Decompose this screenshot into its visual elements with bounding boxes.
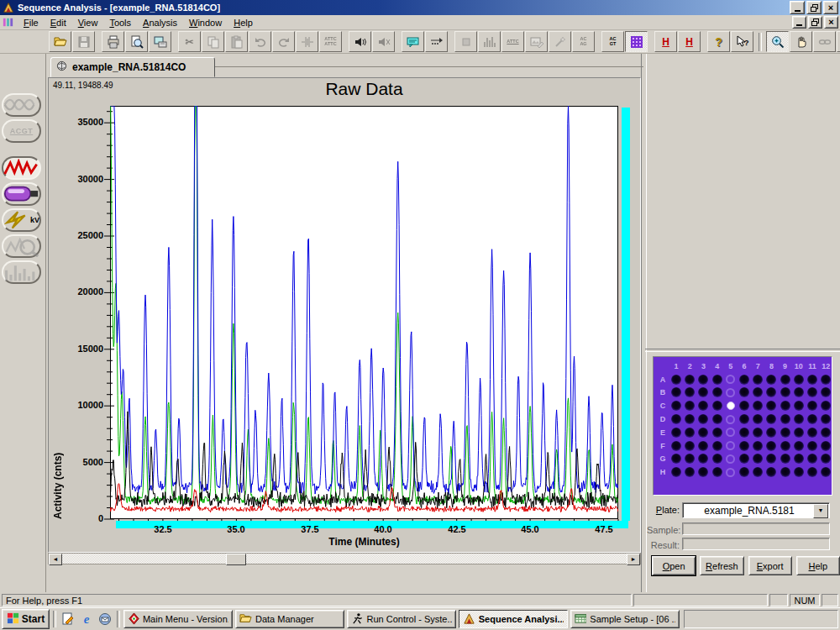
histogram-h2-button[interactable]: H xyxy=(678,31,701,52)
time-scrollbar[interactable]: ◄ ► xyxy=(48,553,641,564)
chevron-down-icon[interactable]: ▼ xyxy=(813,504,828,518)
well-C5[interactable] xyxy=(727,402,735,410)
well-A8[interactable] xyxy=(766,375,776,385)
well-G10[interactable] xyxy=(794,454,804,464)
well-F7[interactable] xyxy=(753,441,763,451)
well-F8[interactable] xyxy=(766,441,776,451)
well-E3[interactable] xyxy=(698,428,708,438)
well-H4[interactable] xyxy=(712,467,722,477)
minimize-button[interactable] xyxy=(790,1,805,14)
child-close-button[interactable]: × xyxy=(824,16,838,29)
well-E1[interactable] xyxy=(671,428,681,438)
scroll-right-arrow[interactable]: ► xyxy=(627,554,640,565)
document-tab[interactable]: example_RNA.51814CO xyxy=(50,57,215,77)
print-screen-button[interactable] xyxy=(149,31,171,52)
well-C7[interactable] xyxy=(753,401,763,411)
well-D6[interactable] xyxy=(739,414,749,424)
help-button[interactable]: ? xyxy=(707,31,730,52)
annotation-button[interactable] xyxy=(402,31,424,52)
print-button[interactable] xyxy=(102,31,124,52)
well-B3[interactable] xyxy=(698,387,708,397)
well-F5[interactable] xyxy=(726,441,735,450)
histogram-h1-button[interactable]: H xyxy=(654,31,677,52)
well-B2[interactable] xyxy=(685,387,695,397)
well-B8[interactable] xyxy=(766,387,776,397)
well-D11[interactable] xyxy=(807,414,817,424)
well-E5[interactable] xyxy=(726,428,735,437)
task-button-0[interactable]: Main Menu - Version... xyxy=(123,610,233,628)
well-D8[interactable] xyxy=(766,414,776,424)
well-A5[interactable] xyxy=(726,375,735,384)
audio-on-button[interactable] xyxy=(349,31,371,52)
well-D1[interactable] xyxy=(671,414,681,424)
well-G6[interactable] xyxy=(739,454,749,464)
scroll-left-arrow[interactable]: ◄ xyxy=(49,554,62,565)
plate-combo[interactable]: example_RNA.5181 ▼ xyxy=(682,502,830,518)
well-E11[interactable] xyxy=(807,428,817,438)
well-F6[interactable] xyxy=(739,441,749,451)
internet-explorer-icon[interactable]: e xyxy=(78,611,95,627)
well-F4[interactable] xyxy=(712,441,722,451)
well-A3[interactable] xyxy=(698,375,708,385)
well-E8[interactable] xyxy=(766,428,776,438)
well-B6[interactable] xyxy=(739,387,749,397)
well-H5[interactable] xyxy=(726,468,735,477)
well-A12[interactable] xyxy=(821,375,831,385)
menu-view[interactable]: View xyxy=(72,16,104,29)
well-G12[interactable] xyxy=(821,454,831,464)
well-F3[interactable] xyxy=(698,441,708,451)
menu-help[interactable]: Help xyxy=(228,16,259,29)
well-F1[interactable] xyxy=(671,441,681,451)
well-D5[interactable] xyxy=(726,415,735,424)
well-H2[interactable] xyxy=(685,467,695,477)
well-C4[interactable] xyxy=(712,401,722,411)
well-B7[interactable] xyxy=(753,387,763,397)
well-C10[interactable] xyxy=(794,401,804,411)
well-C11[interactable] xyxy=(807,401,817,411)
pan-button[interactable] xyxy=(790,31,812,52)
well-C2[interactable] xyxy=(685,401,695,411)
task-button-2[interactable]: Run Control - Syste... xyxy=(347,610,456,628)
well-H1[interactable] xyxy=(671,467,681,477)
well-B1[interactable] xyxy=(671,387,681,397)
sequence-run-button[interactable] xyxy=(425,31,448,52)
close-button[interactable]: × xyxy=(823,1,838,14)
well-G11[interactable] xyxy=(807,454,817,464)
scroll-thumb[interactable] xyxy=(226,554,246,565)
well-A10[interactable] xyxy=(794,375,804,385)
well-G2[interactable] xyxy=(685,454,695,464)
base-edit-button[interactable]: AC GT xyxy=(601,31,624,52)
well-E9[interactable] xyxy=(780,428,790,438)
matrix-button[interactable] xyxy=(625,31,648,52)
menu-analysis[interactable]: Analysis xyxy=(137,16,183,29)
well-D10[interactable] xyxy=(794,414,804,424)
well-A2[interactable] xyxy=(685,375,695,385)
restore-button[interactable] xyxy=(806,1,822,14)
well-B10[interactable] xyxy=(794,387,804,397)
well-G3[interactable] xyxy=(698,454,708,464)
well-E12[interactable] xyxy=(821,428,831,438)
well-F2[interactable] xyxy=(685,441,695,451)
well-A7[interactable] xyxy=(753,375,763,385)
task-button-4[interactable]: Sample Setup - [06 ... xyxy=(570,610,680,628)
well-E10[interactable] xyxy=(794,428,804,438)
well-C9[interactable] xyxy=(780,401,790,411)
well-A4[interactable] xyxy=(712,375,722,385)
well-D9[interactable] xyxy=(780,414,790,424)
task-button-1[interactable]: Data Manager xyxy=(235,610,344,628)
refresh-button[interactable]: Refresh xyxy=(700,556,743,575)
well-B5[interactable] xyxy=(726,388,735,397)
capillary-view-button[interactable] xyxy=(2,182,41,206)
well-E6[interactable] xyxy=(739,428,749,438)
zoom-in-button[interactable] xyxy=(766,31,789,52)
well-A6[interactable] xyxy=(739,375,749,385)
voltage-view-button[interactable]: kV xyxy=(2,208,41,232)
export-button[interactable]: Export xyxy=(748,556,792,575)
well-H9[interactable] xyxy=(780,467,790,477)
menu-edit[interactable]: Edit xyxy=(45,16,72,29)
well-F12[interactable] xyxy=(821,441,831,451)
well-D12[interactable] xyxy=(821,414,831,424)
well-G1[interactable] xyxy=(671,454,681,464)
raw-data-button[interactable] xyxy=(2,156,41,180)
well-E4[interactable] xyxy=(712,428,722,438)
